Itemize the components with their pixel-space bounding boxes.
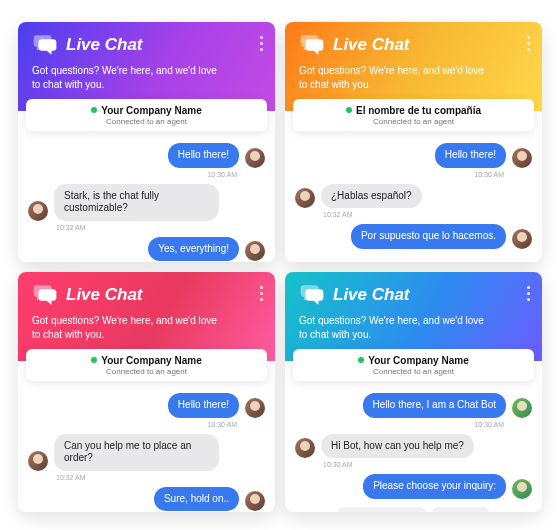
chat-title: Live Chat — [333, 285, 410, 305]
message-row: Hello there! — [28, 393, 265, 418]
message-bubble[interactable]: Hi Bot, how can you help me? — [321, 434, 474, 459]
status-dot-icon — [346, 107, 352, 113]
message-bubble[interactable]: Sure, hold on.. — [154, 487, 239, 512]
chat-title: Live Chat — [333, 35, 410, 55]
company-bar: Your Company Name Connected to an agent — [293, 349, 534, 381]
company-bar: Your Company Name Connected to an agent — [26, 99, 267, 131]
kebab-menu-icon[interactable] — [260, 36, 263, 51]
timestamp: 10:32 AM — [295, 211, 532, 218]
chat-subtitle: Got questions? We're here, and we'd love… — [32, 64, 222, 91]
avatar[interactable] — [245, 398, 265, 418]
avatar[interactable] — [512, 229, 532, 249]
message-row: Please choose your inquiry: — [295, 474, 532, 499]
message-bubble[interactable]: Stark, is the chat fully customizable? — [54, 184, 219, 221]
timestamp: 10:30 AM — [28, 421, 265, 428]
avatar[interactable] — [245, 491, 265, 511]
avatar[interactable] — [245, 241, 265, 261]
company-bar: El nombre de tu compañía Connected to an… — [293, 99, 534, 131]
chat-bubbles-icon — [299, 282, 325, 308]
message-bubble[interactable]: Hello there! — [168, 143, 239, 168]
company-name: Your Company Name — [368, 355, 468, 366]
company-name: El nombre de tu compañía — [356, 105, 481, 116]
message-row: Hello there, I am a Chat Bot — [295, 393, 532, 418]
message-row: Sure, hold on.. — [28, 487, 265, 512]
message-list: Hello there! 10:30 AM Stark, is the chat… — [18, 131, 275, 262]
message-row: Por supuesto que lo hacemos. — [295, 224, 532, 249]
quick-reply-button[interactable]: Technical Support — [338, 507, 426, 513]
status-dot-icon — [91, 357, 97, 363]
avatar[interactable] — [295, 188, 315, 208]
chat-widget: Live Chat Got questions? We're here, and… — [18, 22, 275, 262]
chat-title: Live Chat — [66, 35, 143, 55]
chat-title: Live Chat — [66, 285, 143, 305]
avatar[interactable] — [245, 148, 265, 168]
message-row: Hi Bot, how can you help me? — [295, 434, 532, 459]
chat-widget: Live Chat Got questions? We're here, and… — [285, 272, 542, 512]
chat-header: Live Chat Got questions? We're here, and… — [18, 272, 275, 361]
message-row: Yes, everything! — [28, 237, 265, 262]
chat-bubbles-icon — [299, 32, 325, 58]
chat-subtitle: Got questions? We're here, and we'd love… — [299, 64, 489, 91]
status-dot-icon — [358, 357, 364, 363]
avatar[interactable] — [512, 148, 532, 168]
chat-widget: Live Chat Got questions? We're here, and… — [285, 22, 542, 262]
message-bubble[interactable]: Please choose your inquiry: — [363, 474, 506, 499]
avatar[interactable] — [28, 451, 48, 471]
chat-subtitle: Got questions? We're here, and we'd love… — [32, 314, 222, 341]
connection-status: Connected to an agent — [297, 117, 530, 126]
connection-status: Connected to an agent — [297, 367, 530, 376]
status-dot-icon — [91, 107, 97, 113]
timestamp: 10:32 AM — [28, 224, 265, 231]
message-row: Hello there! — [28, 143, 265, 168]
connection-status: Connected to an agent — [30, 117, 263, 126]
message-bubble[interactable]: Hello there! — [168, 393, 239, 418]
chat-header: Live Chat Got questions? We're here, and… — [285, 22, 542, 111]
message-list: Hello there! 10:30 AM Can you help me to… — [18, 381, 275, 512]
message-bubble[interactable]: Yes, everything! — [148, 237, 239, 262]
avatar[interactable] — [28, 201, 48, 221]
timestamp: 10:30 AM — [28, 171, 265, 178]
chat-bubbles-icon — [32, 282, 58, 308]
avatar[interactable] — [512, 398, 532, 418]
message-row: ¿Hablas español? — [295, 184, 532, 209]
message-row: Stark, is the chat fully customizable? — [28, 184, 265, 221]
chat-header: Live Chat Got questions? We're here, and… — [18, 22, 275, 111]
company-name: Your Company Name — [101, 105, 201, 116]
quick-reply-button[interactable]: Setting up — [432, 507, 489, 513]
chat-widget-grid: Live Chat Got questions? We're here, and… — [0, 0, 560, 512]
chat-subtitle: Got questions? We're here, and we'd love… — [299, 314, 489, 341]
timestamp: 10:30 AM — [295, 421, 532, 428]
avatar[interactable] — [295, 438, 315, 458]
message-bubble[interactable]: Can you help me to place an order? — [54, 434, 219, 471]
message-row: Hello there! — [295, 143, 532, 168]
message-bubble[interactable]: Hello there, I am a Chat Bot — [363, 393, 506, 418]
message-list: Hello there, I am a Chat Bot 10:30 AM Hi… — [285, 381, 542, 512]
quick-reply-row: Technical Support Setting up — [295, 507, 532, 513]
company-bar: Your Company Name Connected to an agent — [26, 349, 267, 381]
message-bubble[interactable]: ¿Hablas español? — [321, 184, 422, 209]
timestamp: 10:30 AM — [295, 461, 532, 468]
chat-header: Live Chat Got questions? We're here, and… — [285, 272, 542, 361]
message-bubble[interactable]: Hello there! — [435, 143, 506, 168]
timestamp: 10:32 AM — [28, 474, 265, 481]
kebab-menu-icon[interactable] — [527, 36, 530, 51]
message-list: Hello there! 10:30 AM ¿Hablas español? 1… — [285, 131, 542, 262]
timestamp: 10:30 AM — [295, 171, 532, 178]
avatar[interactable] — [512, 479, 532, 499]
chat-bubbles-icon — [32, 32, 58, 58]
message-row: Can you help me to place an order? — [28, 434, 265, 471]
company-name: Your Company Name — [101, 355, 201, 366]
kebab-menu-icon[interactable] — [527, 286, 530, 301]
message-bubble[interactable]: Por supuesto que lo hacemos. — [351, 224, 506, 249]
kebab-menu-icon[interactable] — [260, 286, 263, 301]
connection-status: Connected to an agent — [30, 367, 263, 376]
chat-widget: Live Chat Got questions? We're here, and… — [18, 272, 275, 512]
